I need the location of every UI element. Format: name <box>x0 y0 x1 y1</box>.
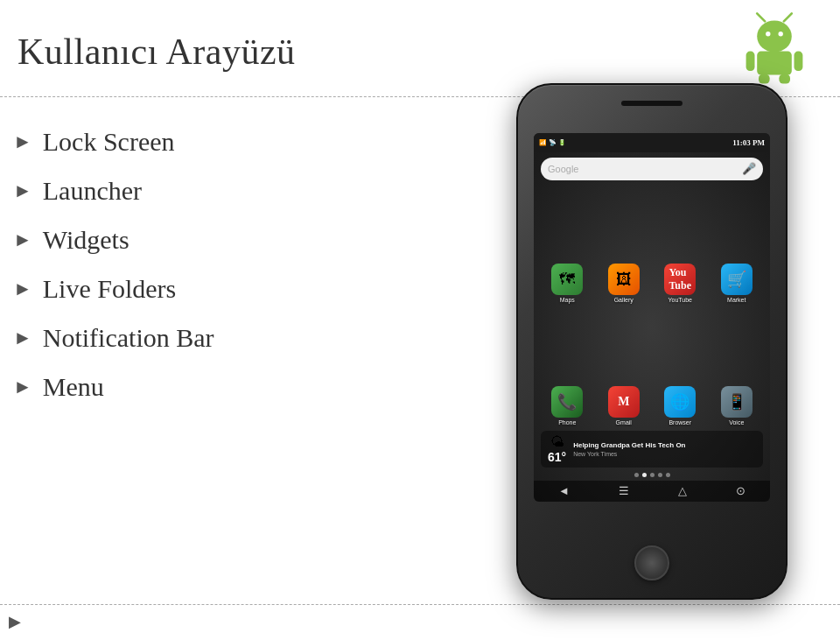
phone-screen: 📶 📡 🔋 11:03 PM Google 🎤 🗺 Maps <box>534 133 770 502</box>
widget-headline: Helping Grandpa Get His Tech On <box>573 441 756 450</box>
widget-source: New York Times <box>573 451 756 457</box>
android-logo <box>735 9 814 88</box>
arrow-icon: ► <box>13 130 32 153</box>
svg-rect-9 <box>779 74 790 84</box>
nav-buttons: ◄ ☰ △ ⊙ <box>534 481 770 502</box>
home-button: △ <box>678 484 687 498</box>
arrow-icon: ► <box>13 229 32 251</box>
phone-label: Phone <box>558 419 576 425</box>
gallery-label: Gallery <box>614 297 634 303</box>
menu-item-label: Live Folders <box>43 274 176 304</box>
widget-news: Helping Grandpa Get His Tech On New York… <box>573 441 756 456</box>
gmail-icon: M <box>608 386 640 418</box>
home-button <box>634 545 669 580</box>
svg-rect-5 <box>757 52 792 75</box>
browser-icon: 🌐 <box>664 386 696 418</box>
menu-item-launcher: ► Launcher <box>13 176 214 206</box>
arrow-icon: ► <box>13 376 32 398</box>
page-dots <box>534 469 770 481</box>
page-title: Kullanıcı Arayüzü <box>18 31 296 73</box>
widget-area: 🌤 61° Helping Grandpa Get His Tech On Ne… <box>541 431 763 468</box>
phone-icon: 📞 <box>551 386 583 418</box>
search-text: Google <box>548 164 578 174</box>
phone-shell: 📶 📡 🔋 11:03 PM Google 🎤 🗺 Maps <box>516 83 788 600</box>
widget-weather: 🌤 61° <box>548 434 566 464</box>
menu-item-label: Lock Screen <box>43 127 175 157</box>
app-icon-browser: 🌐 Browser <box>664 386 696 425</box>
market-label: Market <box>727 297 746 303</box>
speaker-top <box>621 101 682 106</box>
app-icon-gallery: 🖼 Gallery <box>608 264 640 303</box>
status-icons: 📶 📡 🔋 <box>539 139 566 146</box>
menu-item-label: Menu <box>43 372 104 402</box>
page-dot-active <box>642 473 647 477</box>
svg-line-3 <box>757 13 765 21</box>
page-dot <box>650 473 654 477</box>
menu-item-notification-bar: ► Notification Bar <box>13 323 214 353</box>
youtube-icon: YouTube <box>664 264 696 295</box>
arrow-icon: ► <box>13 179 32 202</box>
menu-list: ► Lock Screen ► Launcher ► Widgets ► Liv… <box>13 127 214 421</box>
voice-icon: 📱 <box>721 386 752 418</box>
svg-rect-8 <box>759 74 770 84</box>
page-dot <box>666 473 670 477</box>
menu-item-label: Launcher <box>43 176 142 206</box>
search-button: ⊙ <box>736 484 746 498</box>
wallpaper: Google 🎤 🗺 Maps 🖼 Gallery YouTube <box>534 152 770 502</box>
app-icon-gmail: M Gmail <box>608 386 640 425</box>
back-button: ◄ <box>558 484 570 498</box>
voice-label: Voice <box>729 419 744 425</box>
mic-icon: 🎤 <box>742 162 756 176</box>
phone-container: 📶 📡 🔋 11:03 PM Google 🎤 🗺 Maps <box>516 83 788 600</box>
app-icon-maps: 🗺 Maps <box>551 264 583 303</box>
svg-rect-7 <box>794 52 803 72</box>
svg-line-4 <box>784 13 792 21</box>
app-icon-voice: 📱 Voice <box>721 386 752 425</box>
menu-item-menu: ► Menu <box>13 372 214 402</box>
page-dot <box>634 473 639 477</box>
search-bar: Google 🎤 <box>541 158 763 180</box>
menu-button: ☰ <box>619 484 629 498</box>
market-icon: 🛒 <box>721 264 752 295</box>
svg-point-2 <box>779 32 783 36</box>
svg-point-1 <box>766 32 770 36</box>
bottom-left-arrow: ▶ <box>9 612 21 631</box>
status-time: 11:03 PM <box>732 138 765 147</box>
youtube-label: YouTube <box>668 297 692 303</box>
app-icon-market: 🛒 Market <box>721 264 752 303</box>
menu-item-lock-screen: ► Lock Screen <box>13 127 214 157</box>
arrow-icon: ► <box>13 278 32 300</box>
status-bar: 📶 📡 🔋 11:03 PM <box>534 133 770 152</box>
app-icon-youtube: YouTube YouTube <box>664 264 696 303</box>
widget-temp: 61° <box>548 450 566 464</box>
app-row-top: 🗺 Maps 🖼 Gallery YouTube YouTube 🛒 Marke… <box>534 184 770 306</box>
bottom-border <box>0 604 840 605</box>
app-row-bottom: 📞 Phone M Gmail 🌐 Browser 📱 Voice <box>534 306 770 429</box>
menu-item-label: Notification Bar <box>43 323 214 353</box>
maps-label: Maps <box>560 297 575 303</box>
svg-point-0 <box>757 21 792 53</box>
menu-item-widgets: ► Widgets <box>13 225 214 255</box>
maps-icon: 🗺 <box>551 264 583 295</box>
browser-label: Browser <box>668 419 691 425</box>
menu-item-live-folders: ► Live Folders <box>13 274 214 304</box>
app-icon-phone: 📞 Phone <box>551 386 583 425</box>
menu-item-label: Widgets <box>43 225 130 255</box>
svg-rect-6 <box>746 52 755 72</box>
arrow-icon: ► <box>13 327 32 349</box>
page-dot <box>658 473 662 477</box>
gallery-icon: 🖼 <box>608 264 640 295</box>
gmail-label: Gmail <box>616 419 632 425</box>
